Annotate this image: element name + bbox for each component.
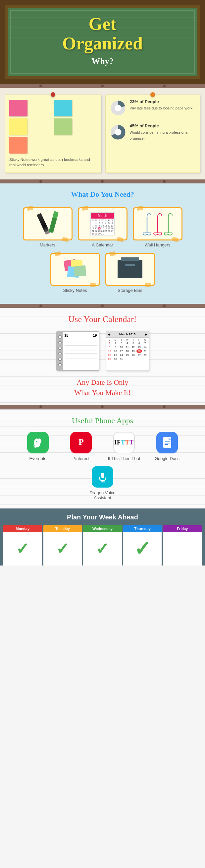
day-thursday: Thursday ✓ <box>123 525 162 565</box>
day-content-thursday: ✓ <box>123 532 162 565</box>
svg-text:P: P <box>78 437 84 447</box>
pie-chart-1 <box>109 99 127 118</box>
need-label-stickies: Sticky Notes <box>50 288 100 293</box>
sticky-note-description: Sticky Notes work great as both bookmark… <box>9 157 97 167</box>
need-box-stickies <box>50 253 100 286</box>
planner-visual: 1819 <box>56 331 99 371</box>
divider-dot <box>163 180 166 183</box>
checkmark-thursday: ✓ <box>134 539 151 559</box>
wall-cal-header: ◀ March 2015 ▶ <box>106 331 149 338</box>
need-storage: Storage Bins <box>105 253 155 293</box>
divider-dot <box>101 85 104 87</box>
divider-dot <box>39 305 42 307</box>
week-grid: Monday ✓ Tuesday ✓ Wednesday ✓ Thursday … <box>3 525 202 565</box>
calendar-motto: Any Date Is Only What You Make It! <box>5 377 200 398</box>
evernote-logo <box>31 436 45 449</box>
needs-grid: Markers March SMTWTFS 123456 78910111213… <box>5 205 200 296</box>
need-hangers: Wall Hangers <box>133 207 182 247</box>
app-pinterest: P Pinterest <box>65 432 98 461</box>
stat1-text: Pay late fees due to loosing paperwork <box>130 106 193 110</box>
stickies-icon <box>63 258 88 280</box>
need-box-hangers <box>133 207 182 241</box>
sticky-note-orange <box>9 137 28 154</box>
sticky-note-cyan <box>54 100 72 117</box>
checkmark-tuesday: ✓ <box>56 541 69 557</box>
divider-1 <box>0 84 205 88</box>
app-evernote: Evernote <box>22 432 55 461</box>
need-stickies: Sticky Notes <box>50 253 100 293</box>
app-label-pinterest: Pinterest <box>65 456 98 461</box>
divider-4 <box>0 405 205 409</box>
calendar-title: Use Your Calendar! <box>5 314 200 324</box>
sticky-note-yellow <box>9 118 28 135</box>
week-section: Plan Your Week Ahead Monday ✓ Tuesday ✓ … <box>0 508 205 565</box>
stat2-percent: 45% of People <box>130 123 197 129</box>
app-label-evernote: Evernote <box>22 456 55 461</box>
need-box-calendar: March SMTWTFS 123456 78910111213 1415161… <box>78 207 128 241</box>
dragon-icon <box>92 466 113 488</box>
sticky-note-pad: Sticky Notes work great as both bookmark… <box>5 95 101 173</box>
ifttt-icon: IFTTT <box>113 432 135 454</box>
stats-pad: 23% of People Pay late fees due to loosi… <box>105 95 200 173</box>
divider-dot <box>101 405 104 408</box>
main-subtitle: Why? <box>18 56 187 66</box>
app-gdocs: Google Docs <box>151 432 184 461</box>
svg-point-13 <box>36 441 37 442</box>
wall-calendar-visual: ◀ March 2015 ▶ S M T W T F S 1 2 3 4 5 6… <box>106 331 149 371</box>
stat1-percent: 23% of People <box>130 99 193 105</box>
sticky-note-lime <box>54 118 72 135</box>
need-box-storage <box>105 253 155 286</box>
stat-item-1: 23% of People Pay late fees due to loosi… <box>109 99 197 118</box>
gdocs-logo <box>161 436 174 449</box>
storage-icon <box>117 260 142 278</box>
divider-dot <box>39 405 42 408</box>
sticky-note-pink <box>9 100 28 117</box>
apps-title: Useful Phone Apps <box>5 416 200 425</box>
divider-3 <box>0 304 205 308</box>
divider-dot <box>163 85 166 87</box>
sticky-notes-visual <box>9 100 97 154</box>
pinterest-icon: P <box>70 432 92 454</box>
checkmark-monday: ✓ <box>16 541 29 557</box>
day-header-friday: Friday <box>163 525 202 532</box>
marker-icon <box>38 211 58 236</box>
need-label-storage: Storage Bins <box>105 288 155 293</box>
app-dragon: Dragon Voice Assistant <box>86 466 119 500</box>
needs-title: What Do You Need? <box>5 190 200 199</box>
evernote-icon <box>27 432 49 454</box>
need-calendar: March SMTWTFS 123456 78910111213 1415161… <box>78 207 128 247</box>
divider-dot <box>101 305 104 307</box>
main-title-line2: Organized <box>18 34 187 53</box>
day-friday: Friday <box>163 525 202 565</box>
needs-section: What Do You Need? Markers <box>0 183 205 304</box>
planner-spiral <box>57 332 63 370</box>
gdocs-icon <box>156 432 178 454</box>
day-content-friday <box>163 532 202 565</box>
notes-section: Sticky Notes work great as both bookmark… <box>0 88 205 180</box>
dragon-logo <box>96 470 109 483</box>
svg-rect-22 <box>101 473 104 478</box>
hangers-icon <box>142 211 173 236</box>
app-ifttt: IFTTT If This Then That <box>108 432 141 461</box>
need-markers: Markers <box>23 207 72 247</box>
checkmark-wednesday: ✓ <box>96 541 109 557</box>
apps-section: Useful Phone Apps Evernote <box>0 409 205 508</box>
day-wednesday: Wednesday ✓ <box>83 525 122 565</box>
day-monday: Monday ✓ <box>3 525 42 565</box>
week-title: Plan Your Week Ahead <box>3 514 202 521</box>
divider-dot <box>163 405 166 408</box>
calendar-section: Use Your Calendar! 1819 <box>0 308 205 405</box>
divider-dot <box>101 180 104 183</box>
app-label-ifttt: If This Then That <box>108 456 141 461</box>
day-header-tuesday: Tuesday <box>43 525 82 532</box>
need-box-markers <box>23 207 72 241</box>
divider-dot <box>39 85 42 87</box>
day-header-thursday: Thursday <box>123 525 162 532</box>
day-tuesday: Tuesday ✓ <box>43 525 82 565</box>
svg-point-3 <box>114 129 121 135</box>
divider-2 <box>0 180 205 183</box>
divider-dot <box>163 305 166 307</box>
planner-dates: 1819 <box>65 333 97 338</box>
day-content-wednesday: ✓ <box>83 532 122 565</box>
app-label-dragon: Dragon Voice Assistant <box>86 490 119 500</box>
